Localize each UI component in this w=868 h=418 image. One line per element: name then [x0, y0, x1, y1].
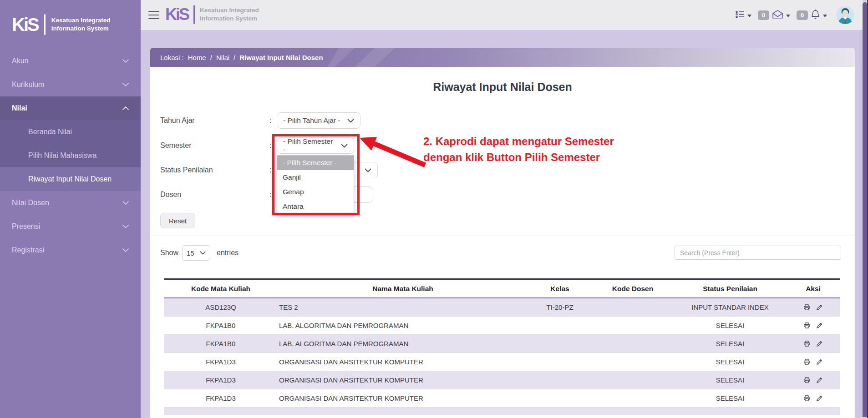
sidebar-item-presensi[interactable]: Presensi [0, 215, 141, 238]
breadcrumb-home-link[interactable]: Home [188, 54, 206, 61]
cell-status: INPUT STANDAR INDEX [674, 303, 787, 311]
hamburger-menu-icon[interactable] [148, 11, 159, 19]
cell-nama: TES 2 [278, 303, 528, 311]
sidebar-logo: KiS Kesatuan Integrated Information Syst… [0, 0, 141, 49]
semester-option-genap[interactable]: Genap [277, 185, 354, 199]
user-avatar[interactable] [836, 6, 854, 24]
colon: : [269, 186, 271, 203]
sidebar-item-label: Beranda Nilai [28, 128, 72, 136]
header-actions: 0 0 [736, 0, 854, 30]
sidebar-section-nilai: Nilai Beranda Nilai Pilih Nilai Mahasisw… [0, 96, 141, 191]
colon: : [269, 137, 271, 154]
print-button[interactable] [803, 376, 811, 384]
messages-menu[interactable]: 0 [758, 10, 790, 21]
reset-button[interactable]: Reset [160, 213, 195, 228]
app-name: Kesatuan Integrated Information System [200, 6, 259, 22]
semester-dropdown-menu: - Pilih Semester - Ganjil Genap Antara [277, 155, 354, 214]
sidebar-item-riwayat-input-nilai-dosen[interactable]: Riwayat Input Nilai Dosen [0, 167, 141, 191]
task-list-icon [736, 10, 745, 20]
colon: : [269, 162, 271, 178]
semester-option-antara[interactable]: Antara [277, 199, 354, 214]
page-title: Riwayat Input Nilai Dosen [150, 81, 855, 94]
semester-option-ganjil[interactable]: Ganjil [277, 170, 354, 185]
column-kode-dosen[interactable]: Kode Dosen [592, 285, 674, 293]
sidebar-item-label: Pilih Nilai Mahasiswa [28, 151, 96, 160]
top-header: KiS Kesatuan Integrated Information Syst… [141, 0, 863, 30]
edit-button[interactable] [816, 358, 823, 366]
chevron-down-icon [341, 144, 348, 148]
chevron-down-icon [122, 248, 129, 252]
print-button[interactable] [803, 358, 811, 366]
chevron-up-icon [122, 106, 129, 110]
semester-label: Semester [160, 137, 260, 154]
sidebar-item-akun[interactable]: Akun [0, 49, 141, 73]
chevron-down-icon [122, 83, 129, 86]
screen: KiS Kesatuan Integrated Information Syst… [0, 0, 868, 418]
sidebar-item-registrasi[interactable]: Registrasi [0, 238, 141, 262]
tahun-ajar-select[interactable]: - Pilih Tahun Ajar - [277, 112, 360, 129]
edit-button[interactable] [816, 322, 823, 329]
sidebar-item-nilai[interactable]: Nilai [0, 96, 141, 120]
sidebar-item-kurikulum[interactable]: Kurikulum [0, 73, 141, 96]
column-aksi[interactable]: Aksi [787, 285, 840, 293]
edit-button[interactable] [816, 340, 823, 347]
cell-nama: LAB. ALGORITMA DAN PEMROGRAMAN [278, 322, 528, 329]
page-size-select[interactable]: 15 [182, 245, 210, 261]
print-button[interactable] [803, 322, 811, 329]
breadcrumb-separator: / [233, 54, 235, 61]
edit-button[interactable] [816, 394, 823, 402]
cell-kode: FKPA1B0 [164, 340, 278, 347]
column-kelas[interactable]: Kelas [528, 285, 592, 293]
messages-count-badge: 0 [758, 10, 769, 20]
kis-logo: KiS [12, 15, 38, 35]
sidebar-item-label: Presensi [12, 222, 40, 231]
kis-logo: KiS [165, 5, 188, 24]
cell-status: SELESAI [674, 394, 787, 402]
breadcrumb-prefix: Lokasi : [160, 54, 184, 61]
table-header-row: Kode Mata Kuliah Nama Mata Kuliah Kelas … [164, 280, 840, 298]
table-row: FKPA1B0 LAB. ALGORITMA DAN PEMROGRAMAN S… [164, 335, 840, 353]
chevron-down-icon [200, 251, 206, 255]
cell-nama: LAB. ALGORITMA DAN PEMROGRAMAN [278, 340, 528, 347]
print-button[interactable] [803, 303, 811, 311]
sidebar: KiS Kesatuan Integrated Information Syst… [0, 0, 141, 418]
cell-nama: ORGANISASI DAN ARSITEKTUR KOMPUTER [278, 358, 528, 366]
table-row-partial [164, 408, 840, 415]
semester-option-placeholder[interactable]: - Pilih Semester - [277, 156, 354, 170]
sidebar-item-label: Nilai [12, 104, 27, 112]
chevron-down-icon [365, 168, 371, 172]
column-status-penilaian[interactable]: Status Penilaian [674, 285, 787, 293]
cell-status: SELESAI [674, 322, 787, 329]
cell-status: SELESAI [674, 358, 787, 366]
column-nama-mata-kuliah[interactable]: Nama Mata Kuliah [278, 285, 528, 293]
breadcrumb: Lokasi : Home / Nilai / Riwayat Input Ni… [150, 48, 855, 67]
table-row: FKPA1D3 ORGANISASI DAN ARSITEKTUR KOMPUT… [164, 389, 840, 408]
table-row: FKPA1D3 ORGANISASI DAN ARSITEKTUR KOMPUT… [164, 353, 840, 371]
print-button[interactable] [803, 394, 811, 402]
cell-status: SELESAI [674, 376, 787, 384]
sidebar-item-label: Kurikulum [12, 81, 44, 89]
cell-kode: FKPA1D3 [164, 394, 278, 402]
sidebar-item-beranda-nilai[interactable]: Beranda Nilai [0, 120, 141, 144]
section-divider [150, 236, 855, 236]
cell-kode: FKPA1D3 [164, 358, 278, 366]
status-penilaian-label: Status Penilaian [160, 162, 260, 178]
notifications-menu[interactable]: 0 [797, 9, 827, 21]
table-row: FKPA1B0 LAB. ALGORITMA DAN PEMROGRAMAN S… [164, 317, 840, 335]
breadcrumb-nilai-link[interactable]: Nilai [216, 54, 229, 61]
edit-button[interactable] [816, 303, 823, 311]
print-button[interactable] [803, 340, 811, 347]
column-kode-mata-kuliah[interactable]: Kode Mata Kuliah [164, 285, 278, 293]
search-input[interactable] [675, 246, 841, 260]
semester-select[interactable]: - Pilih Semester - [277, 137, 354, 154]
sidebar-item-label: Akun [12, 57, 28, 65]
edit-button[interactable] [816, 376, 823, 384]
logo-divider [193, 5, 195, 24]
task-list-menu[interactable] [736, 10, 751, 20]
content-card: Riwayat Input Nilai Dosen Tahun Ajar : -… [150, 67, 855, 418]
sidebar-item-pilih-nilai-mahasiswa[interactable]: Pilih Nilai Mahasiswa [0, 144, 141, 167]
sidebar-item-nilai-dosen[interactable]: Nilai Dosen [0, 191, 141, 215]
scrollbar-thumb[interactable] [863, 2, 867, 417]
page-size-value: 15 [187, 249, 194, 257]
sidebar-item-label: Registrasi [12, 246, 44, 254]
